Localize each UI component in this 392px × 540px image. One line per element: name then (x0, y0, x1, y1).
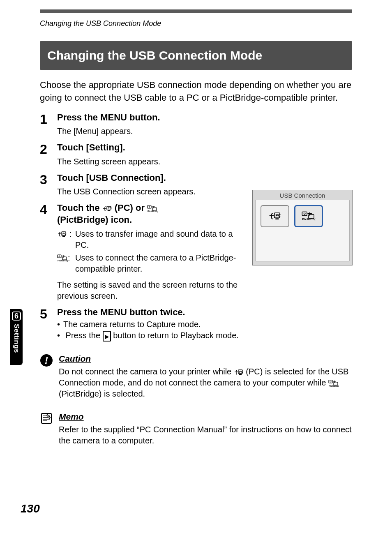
icon-def-pc: : Uses to transfer image and sound data … (57, 228, 246, 251)
step-title-post: button. (127, 112, 160, 122)
step-title-part-a: Touch the (57, 203, 102, 213)
step-title: Touch [Setting]. (57, 142, 352, 154)
screenshot-title: USB Connection (253, 190, 352, 200)
icon-def-text: Uses to transfer image and sound data to… (75, 228, 246, 251)
caution-text: Do not connect the camera to your printe… (59, 366, 352, 399)
memo-text: Refer to the supplied “PC Connection Man… (59, 424, 352, 446)
caution-callout: ! Caution Do not connect the camera to y… (40, 354, 352, 399)
caution-title: Caution (59, 354, 352, 364)
running-header: Changing the USB Connection Mode (40, 19, 161, 28)
chapter-label: Settings (12, 324, 21, 353)
step-desc: The Setting screen appears. (57, 156, 352, 167)
step-title-pre: Press the (57, 112, 100, 122)
step-number: 3 (40, 172, 57, 186)
step-1: 1 Press the MENU button. The [Menu] appe… (40, 112, 352, 137)
step-number: 5 (40, 307, 57, 321)
bullet-item: The camera returns to Capture mode. (57, 320, 352, 329)
step-5: 5 Press the MENU button twice. The camer… (40, 307, 352, 342)
caution-text-c: (PictBridge) is selected. (59, 389, 145, 398)
usb-connection-screenshot: USB Connection (252, 190, 353, 265)
pc-icon (102, 205, 112, 212)
icon-def-text: Uses to connect the camera to a PictBrid… (75, 252, 246, 275)
step-title: Touch the (PC) or (PictBridge) icon. (57, 202, 246, 226)
icon-def-pictbridge: : Uses to connect the camera to a PictBr… (57, 252, 246, 275)
intro-text: Choose the appropriate USB connection mo… (40, 79, 352, 104)
screenshot-inner (255, 200, 350, 261)
top-rule (40, 9, 352, 13)
step-after-text: The setting is saved and the screen retu… (57, 279, 246, 302)
caution-text-a: Do not connect the camera to your printe… (59, 367, 234, 376)
memo-callout: Memo Refer to the supplied “PC Connectio… (40, 412, 352, 446)
step-title: Touch [USB Connection]. (57, 172, 352, 184)
pictbridge-option-button[interactable] (294, 205, 323, 227)
pictbridge-icon (302, 211, 316, 221)
pictbridge-icon (328, 380, 339, 387)
memo-title: Memo (59, 412, 352, 422)
pc-icon (268, 211, 281, 221)
bullet-pre: Press the (66, 331, 103, 340)
section-title-bar: Changing the USB Connection Mode (40, 41, 352, 70)
memo-icon (40, 412, 53, 425)
step-number: 1 (40, 112, 57, 126)
running-underline (40, 29, 352, 29)
step-bullets: The camera returns to Capture mode. Pres… (57, 320, 352, 342)
menu-button-label: MENU (100, 112, 127, 122)
step-title-post: button twice. (127, 307, 185, 317)
caution-icon: ! (40, 354, 53, 367)
step-title: Press the MENU button twice. (57, 307, 352, 318)
step-title-part-b: (PC) or (115, 203, 147, 213)
pc-icon (57, 231, 67, 238)
pictbridge-icon (147, 205, 158, 212)
menu-button-label: MENU (100, 307, 127, 317)
svg-text:!: ! (45, 355, 48, 366)
step-title: Press the MENU button. (57, 112, 352, 124)
bullet-item: Press the button to return to Playback m… (57, 331, 352, 342)
page-number: 130 (21, 502, 40, 515)
step-number: 2 (40, 142, 57, 156)
chapter-number: 6 (12, 312, 21, 321)
chapter-tab: 6 Settings (10, 309, 23, 365)
playback-icon (103, 331, 111, 342)
pictbridge-icon (57, 254, 68, 262)
bullet-post: button to return to Playback mode. (113, 331, 239, 340)
pc-icon (234, 369, 244, 376)
step-number: 4 (40, 202, 57, 216)
step-title-pre: Press the (57, 307, 100, 317)
icon-definitions: : Uses to transfer image and sound data … (57, 228, 246, 275)
step-desc: The [Menu] appears. (57, 126, 352, 137)
pc-option-button[interactable] (261, 205, 289, 227)
step-title-part-c: (PictBridge) icon. (57, 215, 132, 225)
step-2: 2 Touch [Setting]. The Setting screen ap… (40, 142, 352, 167)
